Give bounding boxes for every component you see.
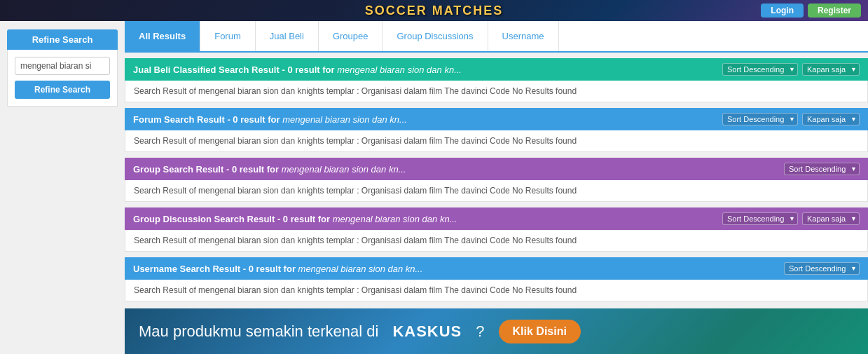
forum-header: Forum Search Result - 0 result for menge… <box>125 108 868 130</box>
username-title: Username Search Result - 0 result for me… <box>133 264 422 274</box>
group-header: Group Search Result - 0 result for menge… <box>125 158 868 180</box>
groupdiscussion-sort-dropdown[interactable]: Sort Descending Sort Ascending <box>722 212 798 225</box>
groupdiscussion-sort-wrapper: Sort Descending Sort Ascending ▼ <box>722 212 798 225</box>
jualbeli-kapan-dropdown[interactable]: Kapan saja Hari ini Minggu ini Bulan ini <box>802 63 860 76</box>
jualbeli-title: Jual Beli Classified Search Result - 0 r… <box>133 64 462 75</box>
tab-jual-beli[interactable]: Jual Beli <box>256 21 319 51</box>
forum-sort-wrapper: Sort Descending Sort Ascending ▼ <box>722 113 798 125</box>
search-input[interactable] <box>15 57 110 75</box>
tab-all-results[interactable]: All Results <box>125 21 200 51</box>
ad-question: ? <box>476 322 484 341</box>
jualbeli-body: Search Result of mengenal biaran sion da… <box>125 81 868 102</box>
tab-groupee[interactable]: Groupee <box>319 21 383 51</box>
banner-title: SOCCER MATCHES <box>365 4 504 18</box>
forum-kapan-dropdown[interactable]: Kapan saja Hari ini Minggu ini Bulan ini <box>802 113 860 125</box>
forum-kapan-wrapper: Kapan saja Hari ini Minggu ini Bulan ini… <box>802 113 860 125</box>
username-sort-wrapper: Sort Descending Sort Ascending ▼ <box>784 262 860 275</box>
group-sort-wrapper: Sort Descending Sort Ascending ▼ <box>784 163 860 175</box>
group-title: Group Search Result - 0 result for menge… <box>133 164 406 175</box>
groupdiscussion-controls: Sort Descending Sort Ascending ▼ Kapan s… <box>722 212 860 225</box>
jualbeli-kapan-wrapper: Kapan saja Hari ini Minggu ini Bulan ini… <box>802 63 860 76</box>
group-sort-dropdown[interactable]: Sort Descending Sort Ascending <box>784 163 860 175</box>
forum-title: Forum Search Result - 0 result for menge… <box>133 114 407 125</box>
groupdiscussion-kapan-wrapper: Kapan saja Hari ini Minggu ini Bulan ini… <box>802 212 860 225</box>
group-controls: Sort Descending Sort Ascending ▼ <box>784 163 860 175</box>
jualbeli-sort-wrapper: Sort Descending Sort Ascending ▼ <box>722 63 798 76</box>
ad-cta-button[interactable]: Klik Disini <box>499 320 581 343</box>
jualbeli-header: Jual Beli Classified Search Result - 0 r… <box>125 58 868 81</box>
jualbeli-controls: Sort Descending Sort Ascending ▼ Kapan s… <box>722 63 860 76</box>
banner-buttons: Login Register <box>761 4 861 18</box>
register-button[interactable]: Register <box>808 4 861 18</box>
username-header: Username Search Result - 0 result for me… <box>125 257 868 280</box>
refine-search-button[interactable]: Refine Search <box>15 81 110 99</box>
group-section: Group Search Result - 0 result for menge… <box>125 158 868 202</box>
ad-text: Mau produkmu semakin terkenal di <box>139 322 378 341</box>
forum-body: Search Result of mengenal biaran sion da… <box>125 130 868 152</box>
main-content: All Results Forum Jual Beli Groupee Grou… <box>125 21 868 354</box>
top-banner: SOCCER MATCHES Login Register <box>0 0 868 21</box>
ad-brand: KASKUS <box>392 322 462 341</box>
forum-sort-dropdown[interactable]: Sort Descending Sort Ascending <box>722 113 798 125</box>
sidebar: Refine Search Refine Search <box>0 21 125 354</box>
username-controls: Sort Descending Sort Ascending ▼ <box>784 262 860 275</box>
forum-controls: Sort Descending Sort Ascending ▼ Kapan s… <box>722 113 860 125</box>
tab-group-discussions[interactable]: Group Discussions <box>383 21 488 51</box>
sidebar-title: Refine Search <box>7 29 118 50</box>
groupdiscussion-title: Group Discussion Search Result - 0 resul… <box>133 214 457 224</box>
username-body: Search Result of mengenal biaran sion da… <box>125 280 868 301</box>
tabs-bar: All Results Forum Jual Beli Groupee Grou… <box>125 21 868 53</box>
groupdiscussion-body: Search Result of mengenal biaran sion da… <box>125 230 868 252</box>
groupdiscussion-kapan-dropdown[interactable]: Kapan saja Hari ini Minggu ini Bulan ini <box>802 212 860 225</box>
username-sort-dropdown[interactable]: Sort Descending Sort Ascending <box>784 262 860 275</box>
ad-banner: Mau produkmu semakin terkenal di KASKUS … <box>125 308 868 354</box>
username-section: Username Search Result - 0 result for me… <box>125 257 868 301</box>
forum-section: Forum Search Result - 0 result for menge… <box>125 108 868 152</box>
sidebar-content: Refine Search <box>7 50 118 107</box>
jualbeli-sort-dropdown[interactable]: Sort Descending Sort Ascending <box>722 63 798 76</box>
login-button[interactable]: Login <box>761 4 804 18</box>
jualbeli-section: Jual Beli Classified Search Result - 0 r… <box>125 58 868 102</box>
groupdiscussion-header: Group Discussion Search Result - 0 resul… <box>125 207 868 230</box>
groupdiscussion-section: Group Discussion Search Result - 0 resul… <box>125 207 868 252</box>
tab-username[interactable]: Username <box>488 21 559 51</box>
group-body: Search Result of mengenal biaran sion da… <box>125 180 868 202</box>
tab-forum[interactable]: Forum <box>200 21 256 51</box>
main-layout: Refine Search Refine Search All Results … <box>0 21 868 354</box>
